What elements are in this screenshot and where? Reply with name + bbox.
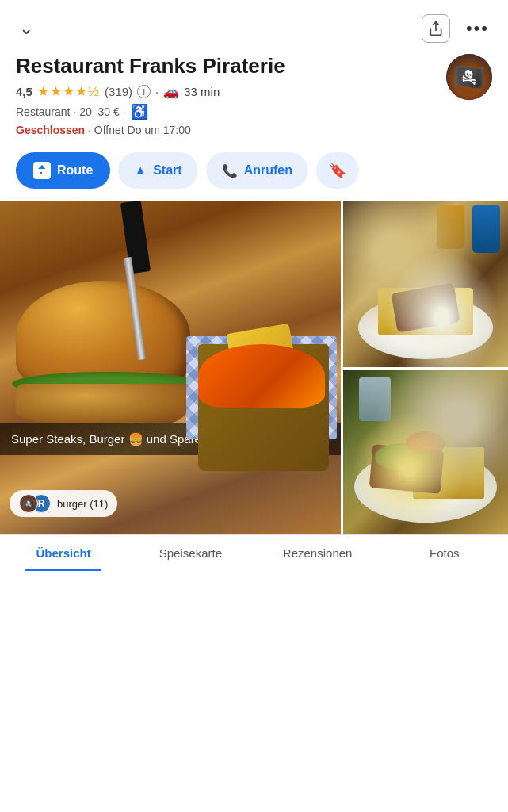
photo-small-2[interactable] [343, 370, 508, 535]
drive-time: 33 min [184, 85, 220, 98]
tab-reviews-label: Rezensionen [283, 546, 353, 560]
tag-label: burger (11) [57, 498, 108, 510]
wheelchair-icon: ♿ [131, 103, 148, 121]
photo-main-container[interactable]: Super Steaks, Burger 🍔 und Spareribs. 🏴‍… [0, 201, 341, 534]
food-overlay-1 [343, 201, 508, 367]
photo-small-1[interactable] [343, 201, 508, 367]
route-icon [33, 162, 51, 179]
photo-main-bg [0, 201, 341, 534]
photo-tag[interactable]: 🏴‍☠️ R burger (11) [10, 490, 117, 517]
tab-menu[interactable]: Speisekarte [127, 535, 254, 571]
restaurant-name: Restaurant Franks Piraterie [16, 54, 437, 79]
status-row: Geschlossen · Öffnet Do um 17:00 [16, 124, 437, 136]
tab-overview-label: Übersicht [36, 546, 91, 560]
photo-grid: Super Steaks, Burger 🍔 und Spareribs. 🏴‍… [0, 201, 508, 534]
save-icon: 🔖 [329, 162, 346, 179]
save-button[interactable]: 🔖 [316, 152, 359, 189]
status-suffix: · Öffnet Do um 17:00 [88, 124, 191, 136]
car-icon: 🚗 [163, 84, 179, 99]
phone-icon: 📞 [222, 163, 238, 178]
info-icon[interactable]: i [137, 85, 151, 98]
top-bar: ⌄ ••• [0, 0, 508, 51]
separator-dot: · [155, 85, 159, 98]
collapse-button[interactable]: ⌄ [19, 18, 33, 39]
tab-photos-label: Fotos [430, 546, 460, 560]
start-icon: ▲ [134, 163, 147, 178]
rating-number: 4,5 [16, 85, 32, 98]
category-text: Restaurant · 20–30 € · [16, 105, 126, 118]
photo-right-column [343, 201, 508, 534]
rating-count: (319) [105, 85, 132, 98]
tag-avatar-1: 🏴‍☠️ [19, 494, 38, 513]
call-label: Anrufen [244, 163, 292, 178]
call-button[interactable]: 📞 Anrufen [206, 152, 308, 189]
tab-reviews[interactable]: Rezensionen [254, 535, 381, 571]
action-buttons: Route ▲ Start 📞 Anrufen 🔖 [0, 146, 508, 201]
more-options-button[interactable]: ••• [466, 18, 489, 39]
avatar-image [446, 54, 492, 100]
route-label: Route [57, 163, 93, 178]
route-button[interactable]: Route [16, 152, 110, 189]
tab-photos[interactable]: Fotos [381, 535, 508, 571]
status-closed: Geschlossen [16, 124, 85, 136]
info-area: Restaurant Franks Piraterie 4,5 ★★★★½ (3… [0, 51, 508, 146]
start-button[interactable]: ▲ Start [118, 152, 197, 189]
rating-row: 4,5 ★★★★½ (319) i · 🚗 33 min [16, 83, 437, 100]
bottom-tabs: Übersicht Speisekarte Rezensionen Fotos [0, 534, 508, 571]
avatar[interactable] [446, 54, 492, 100]
svg-marker-2 [39, 165, 45, 169]
food-overlay-2 [343, 370, 508, 535]
share-button[interactable] [422, 14, 450, 43]
tag-avatars: 🏴‍☠️ R [19, 494, 44, 513]
stars: ★★★★½ [37, 83, 100, 100]
start-label: Start [153, 163, 181, 178]
svg-rect-1 [40, 169, 44, 172]
tab-overview[interactable]: Übersicht [0, 535, 127, 571]
tab-menu-label: Speisekarte [159, 546, 222, 560]
category-row: Restaurant · 20–30 € · ♿ [16, 103, 437, 121]
